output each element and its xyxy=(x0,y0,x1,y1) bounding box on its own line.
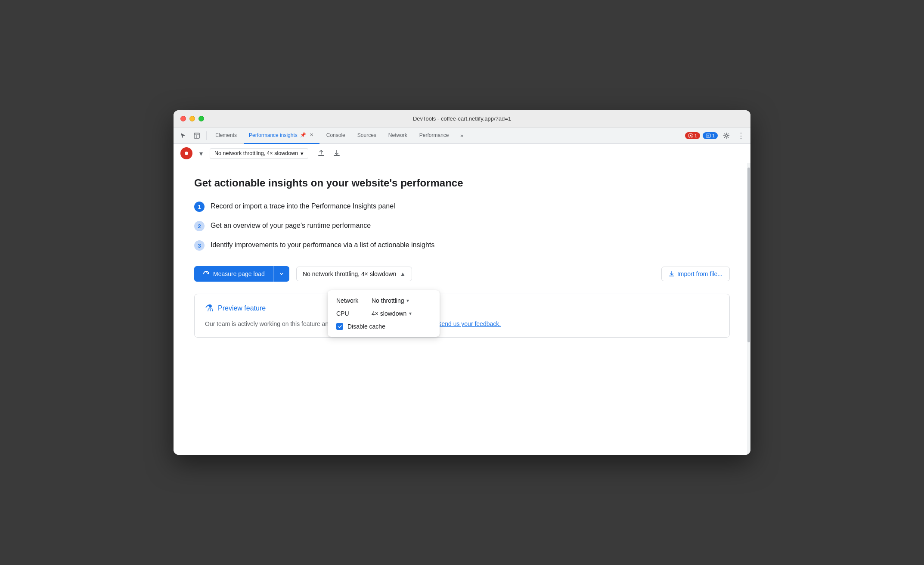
measure-btn-label: Measure page load xyxy=(213,270,265,277)
disable-cache-checkbox[interactable] xyxy=(336,323,343,330)
tabs-right: 1 1 ⋮ xyxy=(685,130,747,142)
chevron-down-icon: ▾ xyxy=(199,149,203,158)
feedback-link[interactable]: Send us your feedback. xyxy=(437,320,501,327)
tab-close-btn[interactable]: ✕ xyxy=(309,131,314,139)
throttle-select-toolbar[interactable]: No network throttling, 4× slowdown ▾ xyxy=(210,148,308,159)
upload-btn[interactable] xyxy=(315,147,327,159)
action-row: Measure page load No network throttling,… xyxy=(194,266,730,282)
throttle-select-chevron: ▾ xyxy=(301,150,304,157)
steps-list: 1 Record or import a trace into the Perf… xyxy=(194,201,730,251)
flask-icon: ⚗ xyxy=(205,303,214,314)
preview-feature-card: ⚗ Preview feature Our team is actively w… xyxy=(194,294,730,338)
titlebar: DevTools - coffee-cart.netlify.app/?ad=1 xyxy=(174,110,750,127)
svg-rect-13 xyxy=(669,276,674,276)
measure-page-load-btn[interactable]: Measure page load xyxy=(194,266,273,282)
step-text-1: Record or import a trace into the Perfor… xyxy=(211,201,395,211)
scrollbar-thumb[interactable] xyxy=(747,168,750,342)
svg-rect-12 xyxy=(334,155,340,156)
popup-network-value: No throttling xyxy=(372,297,404,304)
tab-sources[interactable]: Sources xyxy=(352,127,381,144)
more-dots-icon: ⋮ xyxy=(737,131,745,140)
export-buttons xyxy=(315,147,343,159)
tab-network-label: Network xyxy=(388,132,407,138)
throttle-popup: Network No throttling ▾ CPU 4× slowdown … xyxy=(328,290,440,337)
tab-performance[interactable]: Performance xyxy=(414,127,454,144)
main-content: Get actionable insights on your website'… xyxy=(174,163,750,455)
devtools-container: Elements Performance insights 📌 ✕ Consol… xyxy=(174,127,750,455)
tab-sources-label: Sources xyxy=(357,132,376,138)
svg-rect-11 xyxy=(318,155,324,156)
more-tabs-btn[interactable]: » xyxy=(456,130,468,142)
warn-count: 1 xyxy=(712,133,715,138)
page-title: Get actionable insights on your website'… xyxy=(194,177,730,189)
more-menu-btn[interactable]: ⋮ xyxy=(735,130,747,142)
popup-cpu-row: CPU 4× slowdown ▾ xyxy=(336,310,431,317)
svg-point-10 xyxy=(185,152,188,155)
popup-network-label: Network xyxy=(336,297,366,304)
preview-title: Preview feature xyxy=(218,304,266,312)
step-badge-3: 3 xyxy=(194,240,205,251)
record-button[interactable] xyxy=(180,147,192,159)
throttle-select-label: No network throttling, 4× slowdown xyxy=(214,150,298,156)
import-btn-label: Import from file... xyxy=(677,270,722,277)
settings-btn[interactable] xyxy=(720,130,732,142)
tab-elements-label: Elements xyxy=(215,132,237,138)
traffic-lights xyxy=(180,116,204,121)
step-text-2: Get an overview of your page's runtime p… xyxy=(211,220,371,231)
popup-cpu-chevron: ▾ xyxy=(409,310,412,317)
step-badge-1: 1 xyxy=(194,202,205,212)
warn-badge[interactable]: 1 xyxy=(703,132,718,139)
tab-network[interactable]: Network xyxy=(383,127,412,144)
cursor-icon-btn[interactable] xyxy=(177,130,189,142)
step-badge-2: 2 xyxy=(194,221,205,231)
svg-rect-6 xyxy=(706,134,710,137)
popup-cpu-label: CPU xyxy=(336,310,366,317)
preview-text: Our team is actively working on this fea… xyxy=(205,319,719,329)
panel-icon-btn[interactable] xyxy=(191,130,203,142)
close-button[interactable] xyxy=(180,116,186,121)
pin-icon: 📌 xyxy=(300,132,306,138)
tabs-bar: Elements Performance insights 📌 ✕ Consol… xyxy=(174,127,750,144)
tab-performance-label: Performance xyxy=(419,132,449,138)
tab-elements[interactable]: Elements xyxy=(210,127,242,144)
devtools-window: DevTools - coffee-cart.netlify.app/?ad=1… xyxy=(174,110,750,455)
error-count: 1 xyxy=(695,133,697,138)
tab-console[interactable]: Console xyxy=(321,127,350,144)
step-1: 1 Record or import a trace into the Perf… xyxy=(194,201,730,212)
record-dropdown-btn[interactable]: ▾ xyxy=(196,148,206,158)
step-text-3: Identify improvements to your performanc… xyxy=(211,240,434,250)
popup-network-row: Network No throttling ▾ xyxy=(336,297,431,304)
tab-performance-insights[interactable]: Performance insights 📌 ✕ xyxy=(244,127,319,144)
measure-dropdown-btn[interactable] xyxy=(273,266,289,282)
popup-disable-cache-row: Disable cache xyxy=(336,323,431,330)
throttle-dropdown[interactable]: No network throttling, 4× slowdown ▲ xyxy=(296,267,412,281)
import-from-file-btn[interactable]: Import from file... xyxy=(661,267,730,281)
tab-console-label: Console xyxy=(326,132,345,138)
toolbar: ▾ No network throttling, 4× slowdown ▾ xyxy=(174,144,750,163)
maximize-button[interactable] xyxy=(198,116,204,121)
svg-point-9 xyxy=(726,134,728,137)
popup-network-chevron: ▾ xyxy=(406,298,409,304)
throttle-dropdown-label: No network throttling, 4× slowdown xyxy=(303,270,397,277)
step-3: 3 Identify improvements to your performa… xyxy=(194,240,730,251)
throttle-dropdown-chevron: ▲ xyxy=(400,270,406,277)
measure-btn-group: Measure page load xyxy=(194,266,289,282)
download-btn[interactable] xyxy=(331,147,343,159)
tab-performance-insights-label: Performance insights xyxy=(249,132,298,138)
popup-cpu-select[interactable]: 4× slowdown ▾ xyxy=(372,310,412,317)
popup-network-select[interactable]: No throttling ▾ xyxy=(372,297,409,304)
popup-cpu-value: 4× slowdown xyxy=(372,310,406,317)
disable-cache-label: Disable cache xyxy=(347,323,385,330)
scrollbar-track[interactable] xyxy=(747,163,750,455)
error-badge[interactable]: 1 xyxy=(685,132,700,139)
step-2: 2 Get an overview of your page's runtime… xyxy=(194,220,730,231)
minimize-button[interactable] xyxy=(189,116,195,121)
tab-separator xyxy=(206,131,207,140)
preview-header: ⚗ Preview feature xyxy=(205,303,719,314)
window-title: DevTools - coffee-cart.netlify.app/?ad=1 xyxy=(413,115,511,122)
